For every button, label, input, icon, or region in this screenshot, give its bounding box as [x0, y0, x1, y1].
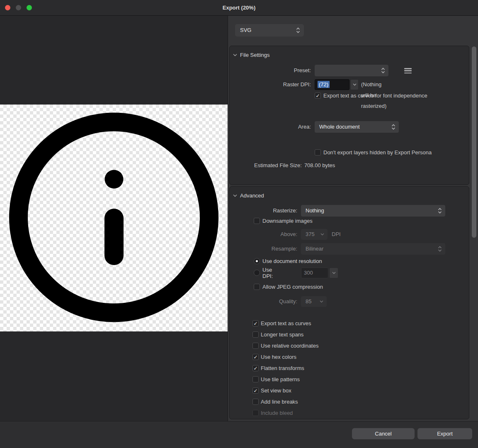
export-text-curves-font-checkbox[interactable]: ✓ Export text as curves for font indepen…	[315, 93, 427, 99]
checkbox: ✓	[252, 376, 259, 382]
use-dpi-input: 300	[301, 268, 328, 278]
window-title: Export (20%)	[0, 0, 478, 16]
use-dpi-value: 300	[304, 270, 313, 276]
preset-menu-icon[interactable]	[404, 68, 412, 73]
option-longer-text-spans[interactable]: ✓ Longer text spans	[252, 331, 318, 338]
rasterize-dropdown[interactable]: Nothing	[301, 205, 445, 217]
checkbox-label: Use tile patterns	[261, 376, 300, 382]
raster-dpi-value: (72)	[318, 81, 330, 88]
estimated-size-value: 708.00 bytes	[304, 162, 335, 168]
checkbox: ✓	[252, 365, 259, 371]
file-settings-section: File Settings Preset: Raster DPI: (72)	[229, 46, 469, 185]
checkbox: ✓	[252, 320, 259, 326]
dialog-footer: Cancel Export	[0, 421, 478, 448]
option-include-bleed: ✓ Include bleed	[252, 410, 318, 416]
estimated-size-row: Estimated File Size: 708.00 bytes	[254, 162, 335, 168]
raster-dpi-input[interactable]: (72)	[315, 79, 349, 90]
area-dropdown[interactable]: Whole document	[315, 121, 399, 133]
title-bar: Export (20%)	[0, 0, 478, 16]
raster-dpi-dropdown-button[interactable]	[350, 79, 359, 90]
stepper-icon	[381, 68, 385, 73]
quality-label: Quality:	[230, 296, 297, 307]
stepper-icon	[438, 246, 442, 252]
option-flatten-transforms[interactable]: ✓ Flatten transforms	[252, 365, 318, 371]
allow-jpeg-compression-checkbox[interactable]: ✓ Allow JPEG compression	[254, 284, 323, 290]
checkbox: ✓	[252, 343, 259, 349]
chevron-down-icon	[320, 300, 323, 303]
preset-label: Preset:	[230, 65, 311, 76]
resample-label: Resample:	[230, 243, 297, 255]
checkbox-label: Downsample images	[262, 218, 313, 224]
checkbox-label: Flatten transforms	[261, 365, 304, 371]
check-icon: ✓	[253, 388, 257, 393]
dont-export-hidden-checkbox[interactable]: ✓ Don't export layers hidden by Export P…	[315, 149, 432, 156]
cancel-button[interactable]: Cancel	[352, 428, 415, 439]
quality-combo: 85	[301, 296, 327, 307]
dpi-unit-label: DPI	[332, 229, 341, 240]
check-icon: ✓	[253, 321, 257, 326]
section-title: Advanced	[240, 192, 264, 199]
option-use-relative-coordinates[interactable]: ✓ Use relative coordinates	[252, 343, 318, 349]
export-button[interactable]: Export	[417, 428, 472, 439]
section-title: File Settings	[240, 52, 270, 58]
file-settings-header[interactable]: File Settings	[233, 51, 270, 58]
checkbox: ✓	[252, 331, 259, 338]
disclosure-chevron-icon	[233, 54, 237, 56]
chevron-down-icon	[320, 233, 324, 236]
checkbox: ✓	[252, 354, 259, 360]
radio-button	[254, 270, 260, 276]
checkbox-label: Use relative coordinates	[261, 343, 318, 349]
checkbox: ✓	[252, 387, 259, 394]
checkbox: ✓	[252, 399, 259, 405]
chevron-down-icon	[353, 83, 357, 86]
preset-dropdown[interactable]	[315, 65, 388, 76]
option-use-tile-patterns[interactable]: ✓ Use tile patterns	[252, 376, 318, 382]
chevron-down-icon	[332, 272, 336, 274]
checkbox-label: Export text as curves for font independe…	[323, 93, 427, 99]
checkbox-label: Add line breaks	[261, 399, 298, 405]
raster-dpi-label: Raster DPI:	[230, 79, 311, 90]
checkbox-label: Include bleed	[261, 410, 293, 416]
check-icon: ✓	[315, 93, 320, 98]
radio-label: Use DPI:	[262, 267, 273, 279]
checkbox-label: Allow JPEG compression	[262, 284, 323, 290]
stepper-icon	[296, 27, 300, 33]
above-dpi-combo: 375	[301, 229, 328, 240]
settings-panel: SVG File Settings Preset:	[228, 16, 478, 421]
use-document-resolution-radio[interactable]: Use document resolution	[254, 258, 322, 264]
use-dpi-dropdown-button	[329, 268, 338, 278]
resample-value: Bilinear	[306, 246, 323, 252]
checkbox: ✓	[315, 93, 321, 99]
export-dialog: Export (20%) SVG File Set	[0, 0, 478, 448]
area-label: Area:	[230, 121, 311, 133]
option-export-text-as-curves[interactable]: ✓ Export text as curves	[252, 320, 318, 326]
above-label: Above:	[230, 229, 297, 240]
checkbox-label: Use hex colors	[261, 354, 296, 360]
check-icon: ✓	[253, 354, 257, 359]
scrollbar-thumb[interactable]	[472, 46, 476, 238]
export-preview-canvas	[0, 105, 228, 331]
checkbox-label: Don't export layers hidden by Export Per…	[323, 149, 432, 156]
rasterize-label: Rasterize:	[230, 205, 297, 217]
radio-button	[254, 258, 260, 264]
stepper-icon	[391, 124, 396, 130]
advanced-header[interactable]: Advanced	[233, 192, 264, 199]
option-add-line-breaks[interactable]: ✓ Add line breaks	[252, 399, 318, 405]
option-use-hex-colors[interactable]: ✓ Use hex colors	[252, 354, 318, 360]
stepper-icon	[438, 208, 442, 214]
checkbox: ✓	[254, 218, 260, 224]
radio-label: Use document resolution	[262, 258, 322, 264]
checkbox-label: Set view box	[261, 387, 291, 394]
checkbox: ✓	[254, 284, 260, 290]
format-select[interactable]: SVG	[235, 24, 304, 37]
above-dpi-value: 375	[306, 231, 315, 237]
format-select-value: SVG	[240, 27, 251, 33]
svg-options-list: ✓ Export text as curves ✓ Longer text sp…	[252, 320, 318, 416]
checkbox: ✓	[252, 410, 259, 416]
checkbox-label: Export text as curves	[261, 320, 311, 326]
use-dpi-radio[interactable]: Use DPI:	[254, 270, 273, 276]
area-value: Whole document	[319, 124, 360, 130]
preview-area	[0, 16, 228, 421]
downsample-images-checkbox[interactable]: ✓ Downsample images	[254, 218, 313, 224]
option-set-view-box[interactable]: ✓ Set view box	[252, 387, 318, 394]
